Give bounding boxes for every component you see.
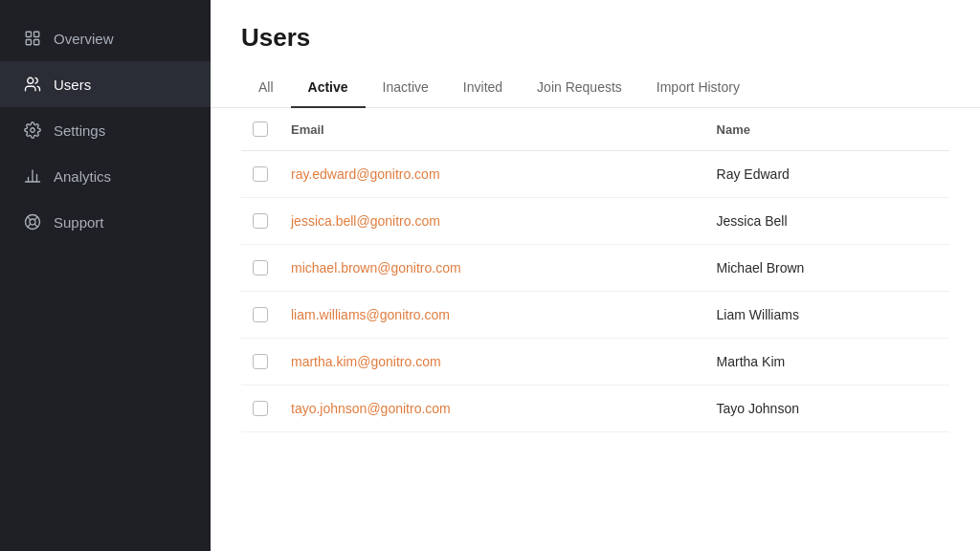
sidebar-item-label: Analytics xyxy=(54,168,111,185)
svg-point-4 xyxy=(28,77,33,83)
row-checkbox-cell xyxy=(241,151,279,198)
users-table-container: Email Name ray.edward@gonitro.com Ray Ed… xyxy=(211,108,980,551)
svg-line-12 xyxy=(28,217,31,220)
row-checkbox-cell xyxy=(241,292,279,339)
svg-rect-0 xyxy=(26,32,31,36)
tab-join-requests[interactable]: Join Requests xyxy=(520,68,639,108)
sidebar-item-overview[interactable]: Overview xyxy=(0,15,211,61)
table-header-row: Email Name xyxy=(241,108,949,151)
row-checkbox[interactable] xyxy=(253,260,268,276)
header-email: Email xyxy=(279,108,705,151)
sidebar-item-support[interactable]: Support xyxy=(0,199,211,245)
row-checkbox[interactable] xyxy=(253,354,268,369)
tab-all[interactable]: All xyxy=(241,68,291,108)
sidebar-item-settings[interactable]: Settings xyxy=(0,107,211,153)
page-title: Users xyxy=(241,23,949,53)
row-name: Ray Edward xyxy=(705,151,949,198)
table-row: jessica.bell@gonitro.com Jessica Bell xyxy=(241,198,949,245)
sidebar-item-label: Support xyxy=(54,214,104,231)
row-checkbox-cell xyxy=(241,339,279,386)
sidebar-item-analytics[interactable]: Analytics xyxy=(0,153,211,199)
users-icon xyxy=(23,75,42,94)
svg-line-13 xyxy=(34,224,37,227)
svg-line-15 xyxy=(28,224,31,227)
header-checkbox-col xyxy=(241,108,279,151)
sidebar-item-users[interactable]: Users xyxy=(0,61,211,107)
row-name: Martha Kim xyxy=(705,339,949,386)
row-email: ray.edward@gonitro.com xyxy=(279,151,705,198)
row-email: tayo.johnson@gonitro.com xyxy=(279,386,705,432)
tab-active[interactable]: Active xyxy=(291,68,366,108)
svg-rect-2 xyxy=(26,40,31,45)
row-checkbox[interactable] xyxy=(253,307,268,322)
row-name: Tayo Johnson xyxy=(705,386,949,432)
select-all-checkbox[interactable] xyxy=(253,121,268,137)
row-checkbox-cell xyxy=(241,198,279,245)
main-content: Users All Active Inactive Invited Join R… xyxy=(211,0,980,551)
svg-rect-1 xyxy=(34,32,39,36)
row-checkbox-cell xyxy=(241,386,279,432)
sidebar-item-label: Users xyxy=(54,77,91,93)
sidebar-item-label: Overview xyxy=(54,31,114,47)
row-checkbox[interactable] xyxy=(253,401,268,416)
row-email: michael.brown@gonitro.com xyxy=(279,245,705,292)
grid-icon xyxy=(23,29,42,48)
row-checkbox[interactable] xyxy=(253,213,268,229)
row-checkbox[interactable] xyxy=(253,166,268,182)
tab-inactive[interactable]: Inactive xyxy=(366,68,446,108)
row-email: martha.kim@gonitro.com xyxy=(279,339,705,386)
table-row: michael.brown@gonitro.com Michael Brown xyxy=(241,245,949,292)
sidebar-item-label: Settings xyxy=(54,122,105,139)
tab-invited[interactable]: Invited xyxy=(446,68,520,108)
support-icon xyxy=(23,212,42,231)
table-row: martha.kim@gonitro.com Martha Kim xyxy=(241,339,949,386)
tabs-bar: All Active Inactive Invited Join Request… xyxy=(211,68,980,108)
row-name: Michael Brown xyxy=(705,245,949,292)
row-name: Jessica Bell xyxy=(705,198,949,245)
sidebar: Overview Users Settings Analytics Suppor… xyxy=(0,0,211,551)
row-name: Liam Williams xyxy=(705,292,949,339)
row-email: liam.williams@gonitro.com xyxy=(279,292,705,339)
page-header: Users xyxy=(211,0,980,68)
settings-icon xyxy=(23,121,42,140)
svg-rect-3 xyxy=(34,40,39,45)
table-row: liam.williams@gonitro.com Liam Williams xyxy=(241,292,949,339)
row-email: jessica.bell@gonitro.com xyxy=(279,198,705,245)
header-name: Name xyxy=(705,108,949,151)
svg-line-14 xyxy=(34,217,37,220)
row-checkbox-cell xyxy=(241,245,279,292)
tab-import-history[interactable]: Import History xyxy=(639,68,757,108)
table-row: ray.edward@gonitro.com Ray Edward xyxy=(241,151,949,198)
analytics-icon xyxy=(23,166,42,186)
table-row: tayo.johnson@gonitro.com Tayo Johnson xyxy=(241,386,949,432)
svg-point-5 xyxy=(31,128,35,133)
users-table: Email Name ray.edward@gonitro.com Ray Ed… xyxy=(241,108,949,432)
